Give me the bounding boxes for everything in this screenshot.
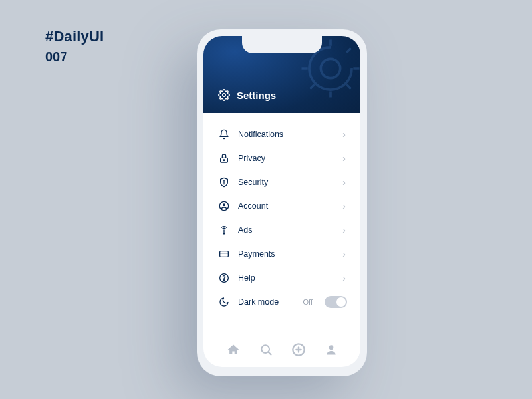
settings-item-security[interactable]: Security › (218, 170, 352, 194)
chevron-right-icon: › (342, 201, 352, 211)
plus-circle-icon (291, 342, 306, 357)
nav-profile-button[interactable] (322, 340, 340, 359)
settings-item-label: Security (238, 178, 334, 187)
settings-item-label: Payments (238, 249, 334, 259)
svg-point-4 (224, 184, 225, 184)
nav-search-button[interactable] (257, 340, 275, 359)
settings-item-label: Notifications (238, 130, 334, 139)
svg-point-7 (223, 233, 224, 234)
shield-icon (218, 177, 230, 188)
settings-title: Settings (237, 90, 276, 101)
dailyui-tag: #DailyUI (45, 28, 104, 45)
settings-item-help[interactable]: Help › (218, 266, 352, 290)
svg-line-13 (268, 352, 271, 355)
card-icon (218, 249, 230, 259)
home-icon (227, 343, 240, 356)
ads-icon (218, 225, 230, 235)
moon-icon (218, 297, 230, 307)
svg-point-0 (321, 59, 340, 78)
account-icon (218, 201, 230, 211)
darkmode-value-label: Off (303, 298, 313, 306)
chevron-right-icon: › (342, 129, 352, 140)
nav-add-button[interactable] (289, 340, 308, 359)
settings-list: Notifications › Privacy › Security › (203, 113, 360, 314)
settings-item-account[interactable]: Account › (218, 194, 352, 218)
chevron-right-icon: › (342, 153, 352, 164)
svg-point-6 (223, 203, 225, 206)
chevron-right-icon: › (342, 273, 352, 283)
page-heading: #DailyUI 007 (45, 28, 104, 65)
gear-icon (218, 89, 230, 101)
darkmode-toggle[interactable] (325, 296, 347, 308)
settings-item-darkmode: Dark mode Off (218, 290, 352, 314)
phone-notch (242, 36, 322, 53)
settings-item-payments[interactable]: Payments › (218, 242, 352, 266)
help-icon (218, 273, 230, 283)
chevron-right-icon: › (342, 225, 352, 235)
settings-item-ads[interactable]: Ads › (218, 218, 352, 242)
settings-item-label: Ads (238, 225, 334, 235)
settings-item-label: Help (238, 273, 334, 283)
bell-icon (218, 129, 230, 140)
phone-mockup: Settings Notifications › Privacy › (197, 29, 367, 376)
nav-home-button[interactable] (224, 340, 243, 359)
svg-point-1 (223, 94, 226, 97)
svg-point-3 (223, 160, 225, 161)
svg-rect-8 (220, 251, 229, 257)
settings-item-label: Privacy (238, 154, 334, 163)
settings-item-notifications[interactable]: Notifications › (218, 122, 352, 146)
settings-item-privacy[interactable]: Privacy › (218, 146, 352, 170)
chevron-right-icon: › (342, 249, 352, 259)
chevron-right-icon: › (342, 177, 352, 188)
settings-item-label: Account (238, 201, 334, 211)
profile-icon (325, 343, 338, 356)
settings-item-label: Dark mode (238, 297, 295, 307)
svg-point-11 (223, 280, 224, 281)
app-screen: Settings Notifications › Privacy › (203, 36, 360, 367)
dailyui-number: 007 (45, 49, 104, 65)
svg-point-17 (329, 345, 333, 350)
lock-icon (218, 153, 230, 164)
search-icon (259, 343, 273, 356)
toggle-knob (336, 297, 346, 307)
bottom-nav (203, 340, 360, 359)
